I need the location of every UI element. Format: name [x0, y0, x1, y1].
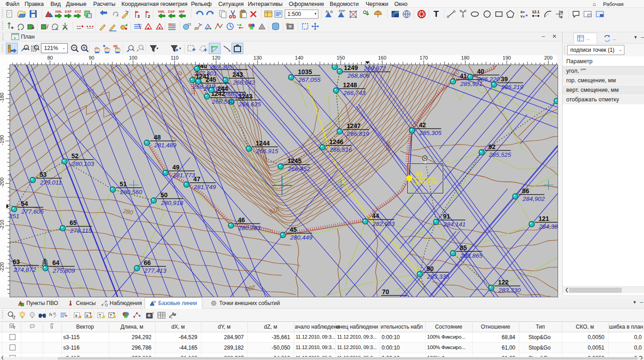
- svg-text:DXF: DXF: [65, 10, 72, 14]
- svg-text:XML: XML: [158, 10, 165, 14]
- svg-text:23: 23: [187, 23, 191, 26]
- svg-text:а: а: [75, 313, 77, 318]
- svg-text:N: N: [560, 10, 563, 14]
- svg-text:110: 110: [171, 55, 179, 60]
- svg-text:3: 3: [137, 14, 140, 19]
- svg-text:NE: NE: [113, 45, 118, 48]
- svg-text:90: 90: [89, 55, 94, 60]
- svg-text:-180: -180: [0, 93, 5, 103]
- svg-text:140: 140: [295, 55, 303, 60]
- svg-text:A: A: [20, 302, 22, 305]
- svg-text:fx: fx: [49, 312, 53, 317]
- svg-text:T: T: [99, 313, 101, 318]
- svg-text:XYZ: XYZ: [75, 10, 81, 14]
- svg-text:160: 160: [378, 55, 386, 60]
- svg-text:120: 120: [212, 55, 220, 60]
- svg-text:200: 200: [544, 55, 552, 60]
- svg-text:-220: -220: [0, 262, 5, 272]
- svg-text:T: T: [110, 313, 112, 318]
- svg-text:130: 130: [253, 55, 262, 60]
- svg-text:190: 190: [503, 55, 511, 60]
- svg-text:150: 150: [337, 55, 345, 60]
- svg-text:-210: -210: [0, 220, 5, 230]
- svg-text:fx: fx: [326, 10, 329, 14]
- svg-text:а: а: [86, 313, 88, 318]
- svg-text:MIF: MIF: [179, 10, 185, 14]
- svg-text:PPP: PPP: [339, 10, 345, 13]
- svg-text:-190: -190: [0, 135, 5, 145]
- svg-text:170: 170: [420, 55, 428, 60]
- svg-text:X=: X=: [520, 10, 525, 14]
- svg-text:180: 180: [461, 55, 469, 60]
- svg-text:XML: XML: [55, 10, 62, 14]
- svg-text:100: 100: [129, 55, 137, 60]
- svg-text:12.1: 12.1: [532, 10, 540, 14]
- svg-text:-200: -200: [0, 177, 5, 187]
- svg-text:Y=: Y=: [520, 15, 525, 19]
- svg-text:2: 2: [148, 14, 150, 19]
- svg-text:DXF: DXF: [168, 10, 175, 14]
- svg-text:80: 80: [47, 55, 53, 60]
- svg-text:E: E: [560, 15, 563, 19]
- svg-text:T: T: [433, 9, 439, 19]
